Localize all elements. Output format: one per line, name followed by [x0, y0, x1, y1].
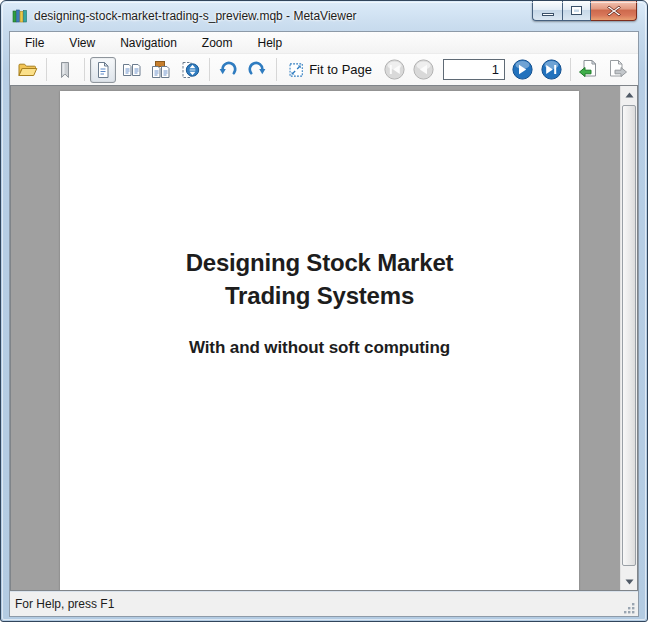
last-page-icon: [540, 58, 563, 81]
fit-to-page-icon: [288, 60, 304, 80]
metaviewer-app-icon: [12, 8, 28, 24]
previous-page-icon: [412, 58, 435, 81]
continuous-scroll-icon: [180, 60, 200, 80]
rotate-left-button[interactable]: [215, 57, 241, 83]
single-page-view-button[interactable]: [90, 57, 116, 83]
menu-help[interactable]: Help: [249, 34, 292, 52]
toolbar-separator: [46, 58, 47, 81]
facing-pages-view-icon: [122, 60, 142, 80]
folder-open-icon: [17, 60, 38, 80]
open-file-button[interactable]: [14, 57, 40, 83]
rotate-right-button[interactable]: [244, 57, 270, 83]
history-back-button[interactable]: [576, 57, 602, 83]
previous-page-button[interactable]: [410, 57, 436, 83]
fit-to-page-label: Fit to Page: [309, 62, 372, 77]
maximize-button[interactable]: [562, 1, 591, 21]
document-title: Designing Stock Market Trading Systems: [60, 246, 579, 312]
window-title: designing-stock-market-trading-s_preview…: [34, 1, 357, 31]
minimize-button[interactable]: [532, 1, 562, 21]
menu-zoom[interactable]: Zoom: [193, 34, 242, 52]
rotate-right-icon: [247, 60, 267, 80]
next-page-button[interactable]: [509, 57, 535, 83]
menu-bar: File View Navigation Zoom Help: [10, 32, 638, 54]
client-area: File View Navigation Zoom Help: [9, 31, 639, 617]
document-viewport: Designing Stock Market Trading Systems W…: [10, 85, 638, 591]
toolbar-separator: [84, 58, 85, 81]
document-title-line1: Designing Stock Market: [60, 246, 579, 279]
toolbar: Fit to Page: [10, 54, 638, 85]
bookmarks-button[interactable]: [52, 57, 78, 83]
first-page-icon: [383, 58, 406, 81]
history-forward-icon: [607, 59, 628, 80]
next-page-icon: [511, 58, 534, 81]
scroll-down-button[interactable]: [621, 573, 638, 590]
first-page-button[interactable]: [381, 57, 407, 83]
title-bar[interactable]: designing-stock-market-trading-s_preview…: [1, 1, 647, 31]
continuous-view-button[interactable]: [177, 57, 203, 83]
close-button[interactable]: [591, 1, 637, 21]
metaviewer-window: designing-stock-market-trading-s_preview…: [0, 0, 648, 622]
scroll-up-icon: [625, 92, 634, 98]
page-number-input[interactable]: [443, 59, 505, 80]
history-forward-button[interactable]: [605, 57, 631, 83]
maximize-icon: [571, 6, 582, 15]
resize-grip-icon: [623, 602, 636, 615]
book-view-button[interactable]: [148, 57, 174, 83]
menu-file[interactable]: File: [16, 34, 53, 52]
menu-navigation[interactable]: Navigation: [111, 34, 186, 52]
status-text: For Help, press F1: [10, 597, 114, 611]
toolbar-separator: [276, 58, 277, 81]
single-page-view-icon: [93, 60, 113, 80]
menu-view[interactable]: View: [60, 34, 104, 52]
toolbar-separator: [570, 58, 571, 81]
vertical-scrollbar[interactable]: [620, 86, 637, 590]
scrollbar-thumb[interactable]: [622, 105, 636, 566]
resize-grip[interactable]: [623, 601, 636, 614]
document-title-line2: Trading Systems: [60, 279, 579, 312]
fit-to-page-button[interactable]: Fit to Page: [282, 57, 378, 83]
document-subtitle: With and without soft computing: [60, 338, 579, 358]
book-view-icon: [151, 60, 171, 80]
last-page-button[interactable]: [538, 57, 564, 83]
window-controls: [532, 1, 637, 21]
minimize-icon: [542, 13, 554, 16]
scroll-down-icon: [625, 579, 634, 585]
status-bar: For Help, press F1: [10, 591, 638, 616]
bookmark-icon: [55, 60, 75, 80]
scroll-up-button[interactable]: [621, 86, 638, 103]
rotate-left-icon: [218, 60, 238, 80]
close-icon: [607, 5, 621, 17]
history-back-icon: [578, 59, 599, 80]
toolbar-separator: [209, 58, 210, 81]
document-page: Designing Stock Market Trading Systems W…: [60, 91, 579, 591]
facing-pages-view-button[interactable]: [119, 57, 145, 83]
